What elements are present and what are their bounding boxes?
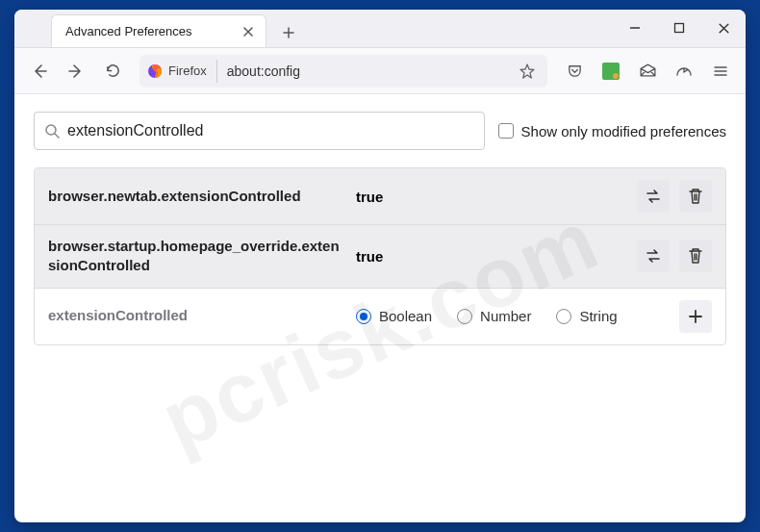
radio-number[interactable]: Number: [457, 308, 531, 324]
reload-button[interactable]: [97, 56, 128, 87]
back-button[interactable]: [24, 56, 55, 87]
titlebar: Advanced Preferences: [14, 10, 746, 48]
pocket-button[interactable]: [559, 56, 590, 87]
trash-icon: [688, 188, 703, 205]
pref-value: true: [356, 248, 627, 265]
tab-title: Advanced Preferences: [65, 24, 192, 38]
account-button[interactable]: [669, 56, 699, 87]
forward-button[interactable]: [61, 56, 91, 87]
add-pref-button[interactable]: [679, 300, 712, 333]
minimize-icon: [629, 22, 641, 34]
browser-window: Advanced Preferences Fir: [14, 10, 746, 522]
extension-button[interactable]: [595, 56, 626, 87]
tab-active[interactable]: Advanced Preferences: [51, 14, 266, 47]
toggle-button[interactable]: [637, 240, 670, 272]
identity-label: Firefox: [168, 63, 207, 78]
reset-button[interactable]: [679, 240, 712, 272]
svg-rect-0: [675, 24, 684, 33]
close-tab-button[interactable]: [241, 24, 256, 39]
close-icon: [718, 22, 730, 35]
identity-box[interactable]: Firefox: [147, 60, 217, 83]
window-controls: [613, 10, 746, 47]
radio-icon: [356, 309, 371, 324]
new-pref-row[interactable]: extensionControlled Boolean Number Strin…: [35, 289, 725, 344]
dashboard-icon: [675, 63, 693, 80]
maximize-button[interactable]: [657, 10, 701, 47]
close-icon: [242, 26, 254, 38]
mail-button[interactable]: [632, 56, 663, 87]
arrow-right-icon: [67, 63, 85, 80]
show-modified-toggle[interactable]: Show only modified preferences: [498, 123, 726, 139]
radio-icon: [556, 309, 571, 324]
search-icon: [44, 123, 60, 139]
firefox-logo-icon: [147, 63, 163, 79]
pocket-icon: [567, 63, 583, 79]
show-modified-label: Show only modified preferences: [521, 123, 726, 139]
reset-button[interactable]: [679, 180, 712, 213]
radio-string[interactable]: String: [556, 308, 617, 324]
reload-icon: [105, 63, 121, 79]
arrow-left-icon: [31, 63, 48, 80]
maximize-icon: [673, 22, 685, 34]
radio-icon: [457, 309, 472, 324]
toggle-icon: [645, 247, 662, 265]
type-radio-group: Boolean Number String: [356, 308, 670, 324]
plus-icon: [688, 309, 703, 324]
about-config-content: extensionControlled Show only modified p…: [14, 94, 746, 522]
pref-row[interactable]: browser.newtab.extensionControlled true: [35, 168, 725, 225]
bookmark-button[interactable]: [519, 63, 540, 80]
toggle-button[interactable]: [637, 180, 670, 213]
search-input[interactable]: extensionControlled: [34, 112, 485, 150]
pref-row[interactable]: browser.startup.homepage_override.extens…: [35, 225, 725, 289]
extension-flag-icon: [602, 63, 620, 80]
new-tab-button[interactable]: [274, 18, 303, 47]
trash-icon: [688, 247, 703, 265]
star-icon: [519, 63, 536, 80]
url-bar[interactable]: Firefox about:config: [139, 55, 547, 88]
pref-value: true: [356, 189, 627, 205]
pref-name: browser.newtab.extensionControlled: [48, 187, 346, 206]
new-pref-name: extensionControlled: [48, 306, 346, 325]
app-menu-button[interactable]: [705, 56, 736, 87]
toggle-icon: [645, 188, 662, 205]
plus-icon: [282, 26, 295, 39]
minimize-button[interactable]: [613, 10, 657, 47]
nav-toolbar: Firefox about:config: [14, 48, 746, 94]
radio-boolean[interactable]: Boolean: [356, 308, 432, 324]
close-window-button[interactable]: [701, 10, 746, 47]
mail-icon: [639, 62, 657, 80]
prefs-table: browser.newtab.extensionControlled true …: [34, 167, 726, 345]
search-row: extensionControlled Show only modified p…: [34, 112, 726, 150]
search-value: extensionControlled: [67, 122, 203, 139]
hamburger-icon: [713, 63, 728, 79]
pref-name: browser.startup.homepage_override.extens…: [48, 237, 346, 276]
url-text: about:config: [217, 63, 519, 79]
checkbox-icon: [498, 123, 514, 139]
